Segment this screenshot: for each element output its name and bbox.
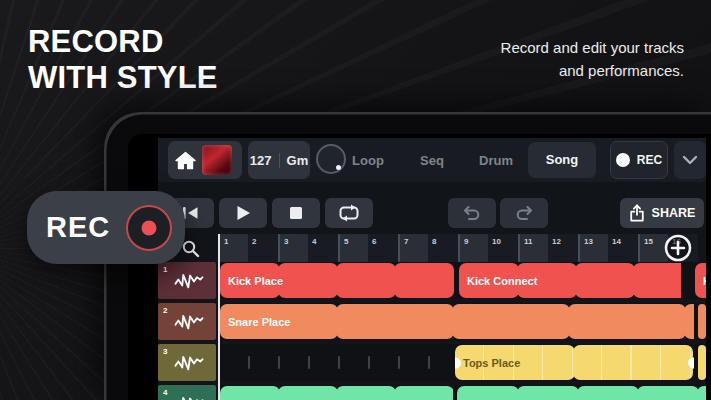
clip-segment [575, 263, 635, 298]
ruler-bar-number: 7 [404, 237, 408, 246]
ruler-bar-number: 4 [312, 237, 316, 246]
track-row-1: 1Kick PlaceKick ConnectKick Place [158, 262, 706, 299]
hero-subtitle-line2: and performances. [501, 59, 684, 82]
ruler-bar-number: 5 [344, 237, 348, 246]
clip-segment [698, 345, 706, 380]
bar-tick [428, 356, 430, 369]
track-header-1[interactable]: 1 [158, 262, 216, 299]
ruler-bar-number: 12 [552, 237, 561, 246]
track-number: 4 [163, 388, 167, 397]
hero-subtitle: Record and edit your tracks and performa… [501, 36, 684, 82]
tempo-value: 127 [250, 153, 272, 168]
track-lane-1[interactable]: Kick PlaceKick ConnectKick Place [218, 262, 706, 299]
ruler-bar-13[interactable]: 13 [578, 234, 608, 262]
ruler-bar-5[interactable]: 5 [338, 234, 368, 262]
redo-icon [513, 206, 535, 221]
ruler-bar-14[interactable]: 14 [608, 234, 638, 262]
share-button[interactable]: SHARE [620, 198, 704, 228]
ruler-bar-7[interactable]: 7 [398, 234, 428, 262]
ruler-bar-9[interactable]: 9 [458, 234, 488, 262]
record-ready-icon [616, 153, 630, 167]
loop-button[interactable] [325, 198, 373, 228]
tab-drum[interactable]: Drum [464, 153, 528, 168]
ruler-bar-3[interactable]: 3 [278, 234, 308, 262]
zoom-add-button[interactable] [663, 233, 693, 263]
ruler-bar-11[interactable]: 11 [518, 234, 548, 262]
timeline-ruler: 12345678910111213141516 [218, 234, 698, 262]
track-lane-2[interactable]: Snare Place [218, 303, 706, 340]
track-row-4: 4Bass Place [158, 385, 706, 400]
home-button[interactable] [175, 151, 196, 170]
waveform-icon [172, 268, 205, 294]
undo-icon [461, 206, 483, 221]
record-toggle-button[interactable] [126, 205, 172, 251]
promo-screenshot: RECORD WITH STYLE Record and edit your t… [0, 0, 711, 400]
track-header-2[interactable]: 2 [158, 303, 216, 340]
ruler-bar-number: 11 [524, 237, 532, 246]
rec-overlay-pill: REC [27, 191, 185, 264]
clip-segment [697, 386, 706, 400]
play-button[interactable] [219, 198, 267, 228]
ruler-bar-2[interactable]: 2 [248, 234, 278, 262]
clip-segment [278, 386, 338, 400]
redo-button[interactable] [500, 198, 548, 228]
clip[interactable]: Snare Place [220, 304, 694, 339]
clip-segment [336, 263, 396, 298]
clip-segment [336, 386, 396, 400]
key-value: Gm [287, 153, 309, 168]
clip[interactable]: Kick Place [695, 263, 706, 298]
ruler-bar-number: 2 [252, 237, 256, 246]
ruler-bar-8[interactable]: 8 [428, 234, 458, 262]
tempo-key-display[interactable]: 127 Gm [248, 141, 310, 179]
track-number: 1 [163, 265, 167, 274]
track-lane-3[interactable]: Tops Place [218, 344, 706, 381]
collapse-header-button[interactable] [674, 141, 706, 179]
hero-subtitle-line1: Record and edit your tracks [501, 36, 684, 59]
stop-button[interactable] [272, 198, 320, 228]
track-header-3[interactable]: 3 [158, 344, 216, 381]
waveform-icon [172, 391, 205, 400]
playhead[interactable] [218, 234, 220, 400]
record-button[interactable]: REC [610, 141, 668, 179]
ruler-bar-6[interactable]: 6 [368, 234, 398, 262]
hero-title-line2: WITH STYLE [28, 60, 218, 96]
clip[interactable] [698, 345, 706, 380]
hero-title-line1: RECORD [28, 24, 218, 60]
ruler-bar-4[interactable]: 4 [308, 234, 338, 262]
undo-button[interactable] [448, 198, 496, 228]
track-header-4[interactable]: 4 [158, 385, 216, 400]
waveform-icon [172, 350, 205, 376]
clip[interactable]: Tops Place [455, 345, 694, 380]
bar-tick [278, 356, 280, 369]
tab-loop[interactable]: Loop [336, 153, 400, 168]
clip[interactable] [220, 386, 453, 400]
zoom-add-icon [663, 233, 693, 263]
ruler-bar-12[interactable]: 12 [548, 234, 578, 262]
clip-label: Kick Place [228, 275, 283, 287]
tempo-divider [279, 153, 280, 168]
ruler-bar-1[interactable]: 1 [218, 234, 248, 262]
clip[interactable] [698, 304, 706, 339]
clip[interactable]: Bass Place [457, 386, 706, 400]
clip-segment [577, 386, 639, 400]
clip[interactable]: Kick Connect [459, 263, 681, 298]
track-lane-4[interactable]: Bass Place [218, 385, 706, 400]
track-number: 2 [163, 306, 167, 315]
home-project-panel [168, 141, 242, 179]
clip-label: Snare Place [228, 316, 290, 328]
tab-seq[interactable]: Seq [400, 153, 464, 168]
mode-tabs: LoopSeqDrumSong [336, 141, 596, 179]
album-art[interactable] [202, 145, 232, 175]
ruler-bar-10[interactable]: 10 [488, 234, 518, 262]
ruler-bar-number: 15 [644, 237, 653, 246]
ruler-bar-number: 10 [492, 237, 501, 246]
clip[interactable]: Kick Place [220, 263, 458, 298]
clip-handle[interactable] [688, 357, 694, 368]
ruler-bar-number: 13 [584, 237, 593, 246]
tab-song[interactable]: Song [528, 142, 596, 178]
track-number: 3 [163, 347, 167, 356]
clip-segment [220, 386, 280, 400]
loop-icon [338, 204, 360, 222]
clip-segment [394, 386, 453, 400]
home-icon [175, 151, 196, 170]
